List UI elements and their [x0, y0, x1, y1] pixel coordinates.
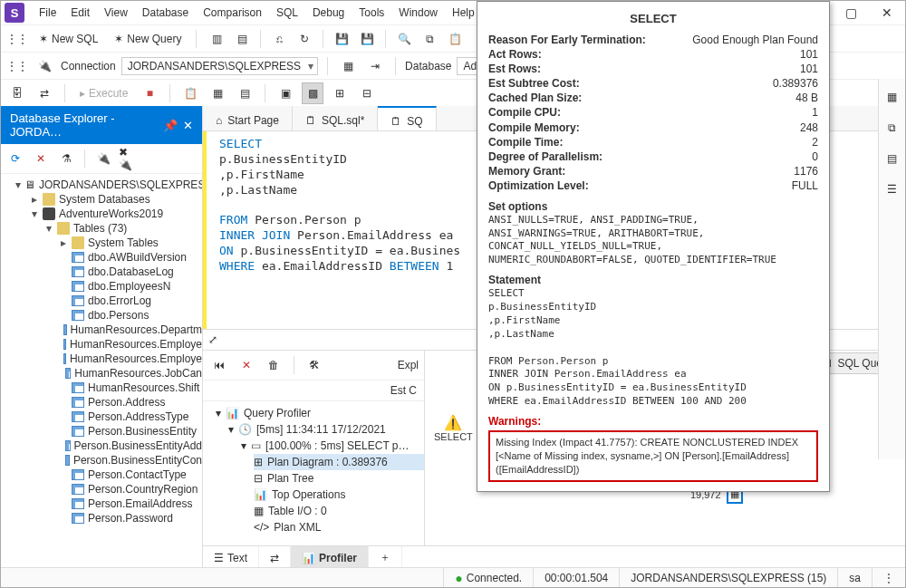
- tab-sqlsql[interactable]: 🗒SQL.sql*: [293, 106, 378, 130]
- menu-view[interactable]: View: [97, 3, 135, 23]
- tab-add[interactable]: ＋: [369, 546, 402, 569]
- status-menu-icon[interactable]: ⋮: [872, 568, 905, 587]
- tree-node[interactable]: ▸System Tables: [15, 236, 202, 250]
- close-button[interactable]: ✕: [869, 1, 905, 24]
- tree-node[interactable]: HumanResources.Departm: [15, 323, 202, 337]
- tree-node[interactable]: dbo.Persons: [15, 308, 202, 323]
- profiler-item[interactable]: ⊞Plan Diagram : 0.389376: [254, 454, 424, 470]
- tree-node[interactable]: Person.EmailAddress: [15, 496, 202, 511]
- tree-node[interactable]: Person.BusinessEntity: [15, 424, 202, 439]
- tab-startpage[interactable]: ⌂Start Page: [203, 106, 293, 130]
- plan-select-node[interactable]: SELECT: [434, 431, 473, 442]
- profiler-item[interactable]: ⊟Plan Tree: [254, 470, 424, 487]
- tree-node-label: Person.Address: [88, 396, 165, 409]
- tree-node[interactable]: dbo.AWBuildVersion: [15, 250, 202, 265]
- tree-node-label: Person.EmailAddress: [88, 497, 192, 510]
- new-sql-button[interactable]: ✶ New SQL: [34, 30, 103, 48]
- tree-node[interactable]: HumanResources.Shift: [15, 381, 202, 395]
- clear-icon[interactable]: 🗑: [263, 354, 284, 376]
- close-icon[interactable]: ✕: [30, 148, 52, 169]
- search-icon[interactable]: 🔍: [393, 28, 415, 50]
- menu-window[interactable]: Window: [391, 3, 445, 23]
- gutter-icon[interactable]: ▤: [882, 148, 903, 169]
- close-panel-icon[interactable]: ✕: [183, 119, 193, 132]
- refresh-icon[interactable]: ⟳: [5, 148, 26, 169]
- tree-node[interactable]: Person.AddressType: [15, 410, 202, 424]
- tree-node[interactable]: ▾Tables (73): [15, 221, 202, 236]
- db-tree[interactable]: ▾ 🖥 JORDANSANDERS\SQLEXPRESS ▸System Dat…: [1, 174, 202, 569]
- profiler-item[interactable]: </>Plan XML: [254, 519, 424, 535]
- caret-icon[interactable]: ▸: [30, 193, 39, 206]
- disconnect-icon[interactable]: ✖🔌: [118, 148, 140, 169]
- pin-icon[interactable]: 📌: [163, 119, 178, 132]
- tree-node[interactable]: dbo.DatabaseLog: [15, 265, 202, 279]
- save-icon[interactable]: 💾: [331, 28, 352, 50]
- tree-node[interactable]: HumanResources.Employe: [15, 352, 202, 366]
- analysis-icon[interactable]: 🗄: [6, 82, 28, 104]
- maximize-button[interactable]: ▢: [833, 1, 869, 24]
- tree-node[interactable]: Person.ContactType: [15, 468, 202, 482]
- tree-root[interactable]: ▾ 🖥 JORDANSANDERS\SQLEXPRESS: [15, 178, 202, 192]
- menu-debug[interactable]: Debug: [305, 3, 352, 23]
- menu-tools[interactable]: Tools: [352, 3, 391, 23]
- caret-icon[interactable]: ▾: [30, 207, 39, 220]
- filter-icon[interactable]: ⚗: [55, 148, 77, 169]
- compare-icon[interactable]: ⇄: [34, 82, 55, 104]
- copy-icon[interactable]: ⧉: [419, 28, 440, 50]
- layout-icon[interactable]: ⊞: [329, 82, 351, 104]
- toolbar-icon[interactable]: ▤: [231, 28, 253, 50]
- menu-file[interactable]: File: [32, 3, 63, 23]
- tree-node[interactable]: HumanResources.JobCan: [15, 366, 202, 381]
- tree-node[interactable]: Person.CountryRegion: [15, 482, 202, 496]
- tree-node[interactable]: HumanResources.Employe: [15, 337, 202, 352]
- plug-icon[interactable]: 🔌: [34, 55, 55, 77]
- menu-sql[interactable]: SQL: [269, 3, 305, 23]
- tools-icon[interactable]: 🛠: [304, 354, 325, 376]
- profiler-item[interactable]: 📊Top Operations: [254, 487, 424, 503]
- toolbar-icon[interactable]: ⎌: [268, 28, 290, 50]
- toolbar-icon[interactable]: ▥: [206, 28, 227, 50]
- caret-icon[interactable]: ▾: [44, 222, 53, 235]
- gutter-icon[interactable]: ☰: [882, 178, 903, 200]
- tree-node[interactable]: Person.Address: [15, 395, 202, 410]
- tree-node[interactable]: dbo.ErrorLog: [15, 294, 202, 308]
- new-query-button[interactable]: ✶ New Query: [109, 30, 187, 48]
- tree-node[interactable]: ▾AdventureWorks2019: [15, 207, 202, 221]
- menu-database[interactable]: Database: [135, 3, 196, 23]
- caret-icon[interactable]: ▸: [59, 236, 68, 249]
- save-all-icon[interactable]: 💾: [356, 28, 378, 50]
- menu-comparison[interactable]: Comparison: [196, 3, 269, 23]
- toolbar-icon[interactable]: ↻: [294, 28, 315, 50]
- connection-dropdown[interactable]: JORDANSANDERS\SQLEXPRESS: [121, 57, 318, 75]
- profiler-tree[interactable]: ▾📊Query Profiler ▾🕓[5ms] 11:34:11 17/12/…: [203, 401, 424, 545]
- tree-node[interactable]: dbo.EmployeesN: [15, 279, 202, 294]
- tree-node[interactable]: Person.Password: [15, 511, 202, 525]
- layout-icon[interactable]: ▣: [275, 82, 296, 104]
- stop-icon[interactable]: ■: [139, 82, 160, 104]
- tree-node[interactable]: ▸System Databases: [15, 192, 202, 207]
- tab-arrows[interactable]: ⇄: [259, 546, 291, 569]
- layout-icon[interactable]: ⊟: [356, 82, 378, 104]
- clipboard-icon[interactable]: 📋: [179, 82, 201, 104]
- db-icon[interactable]: ▦: [337, 55, 359, 77]
- collapse-icon[interactable]: ⤢: [208, 333, 217, 346]
- execute-button[interactable]: ▸ Execute: [74, 84, 133, 102]
- tab-sq[interactable]: 🗒SQ: [378, 106, 436, 130]
- tree-node[interactable]: Person.BusinessEntityAdd: [15, 439, 202, 453]
- profiler-item[interactable]: ▦Table I/O : 0: [254, 503, 424, 519]
- tab-text[interactable]: ☰ Text: [203, 546, 259, 569]
- status-user: sa: [837, 568, 872, 587]
- grid-icon[interactable]: ▦: [207, 82, 228, 104]
- db-nav-icon[interactable]: ⇥: [364, 55, 386, 77]
- paste-icon[interactable]: 📋: [444, 28, 466, 50]
- tab-profiler[interactable]: 📊 Profiler: [291, 546, 369, 569]
- tree-node[interactable]: Person.BusinessEntityCon: [15, 453, 202, 468]
- delete-icon[interactable]: ✕: [236, 354, 257, 376]
- menu-edit[interactable]: Edit: [63, 3, 97, 23]
- prev-icon[interactable]: ⏮: [208, 354, 230, 376]
- connect-icon[interactable]: 🔌: [92, 148, 114, 169]
- gutter-icon[interactable]: ⧉: [882, 117, 903, 139]
- gutter-icon[interactable]: ▦: [882, 86, 903, 108]
- layout-icon-active[interactable]: ▩: [302, 82, 323, 104]
- tree-icon[interactable]: ▤: [234, 82, 255, 104]
